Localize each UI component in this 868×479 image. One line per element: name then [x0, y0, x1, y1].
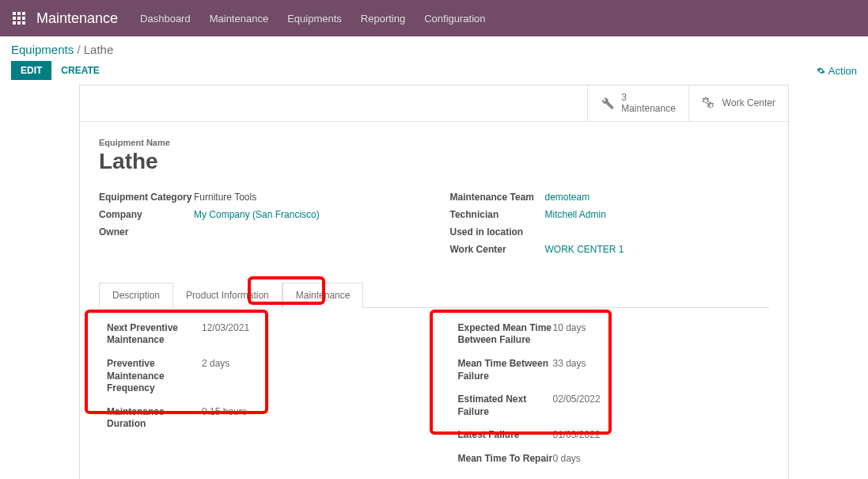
lf-label: Latest Failure — [458, 429, 553, 442]
equipment-name: Lathe — [99, 149, 769, 174]
edit-button[interactable]: EDIT — [11, 61, 51, 80]
technician-value[interactable]: Mitchell Admin — [545, 209, 606, 220]
gears-icon — [702, 96, 716, 110]
action-dropdown[interactable]: Action — [817, 65, 857, 77]
tab-content-maintenance: Next Preventive Maintenance12/03/2021 Pr… — [99, 308, 769, 479]
nav-equipments[interactable]: Equipments — [287, 13, 342, 25]
stat-maintenance-count: 3 — [621, 92, 676, 103]
apps-icon[interactable] — [13, 12, 25, 25]
team-label: Maintenance Team — [450, 192, 545, 203]
mtbf-label: Mean Time Between Failure — [458, 358, 553, 382]
page-header: Equipments / Lathe EDIT CREATE Action — [0, 36, 868, 85]
workcenter-value[interactable]: WORK CENTER 1 — [545, 244, 624, 255]
mttr-value: 0 days — [553, 453, 581, 464]
action-label: Action — [828, 65, 857, 77]
breadcrumb-parent[interactable]: Equipments — [11, 43, 74, 56]
topbar: Maintenance Dashboard Maintenance Equipm… — [0, 0, 868, 36]
gear-icon — [817, 67, 825, 75]
emtbf-label: Expected Mean Time Between Failure — [458, 322, 553, 347]
emtbf-value: 10 days — [553, 322, 586, 333]
next-preventive-value: 12/03/2021 — [202, 322, 249, 333]
wrench-icon — [601, 96, 615, 110]
breadcrumb: Equipments / Lathe — [11, 43, 857, 56]
maintenance-duration-value: 0.15 hours — [202, 406, 247, 417]
breadcrumb-sep: / — [77, 43, 80, 56]
mtbf-value: 33 days — [553, 358, 586, 369]
mttr-label: Mean Time To Repair — [458, 453, 553, 466]
tabs: Description Product Information Maintena… — [99, 282, 769, 308]
company-label: Company — [99, 209, 194, 220]
equipment-name-label: Equipment Name — [99, 138, 769, 147]
lf-value: 01/03/2022 — [553, 429, 601, 440]
enf-label: Estimated Next Failure — [458, 393, 553, 418]
used-label: Used in location — [450, 226, 545, 238]
tab-product-info[interactable]: Product Information — [172, 283, 282, 308]
nav-dashboard[interactable]: Dashboard — [140, 13, 191, 25]
app-title: Maintenance — [36, 10, 118, 27]
form-sheet: 3 Maintenance Work Center Equipment Name… — [79, 85, 789, 479]
stat-maintenance-label: Maintenance — [621, 103, 676, 114]
stat-workcenter-button[interactable]: Work Center — [688, 86, 788, 121]
button-box: 3 Maintenance Work Center — [80, 86, 788, 122]
team-value[interactable]: demoteam — [545, 192, 590, 203]
tab-maintenance[interactable]: Maintenance — [282, 283, 364, 308]
tab-description[interactable]: Description — [99, 283, 172, 308]
nav-reporting[interactable]: Reporting — [361, 13, 405, 25]
create-button[interactable]: CREATE — [61, 65, 99, 76]
nav-configuration[interactable]: Configuration — [424, 13, 485, 25]
stat-workcenter-label: Work Center — [722, 97, 775, 108]
stat-maintenance-button[interactable]: 3 Maintenance — [587, 86, 688, 121]
technician-label: Technician — [450, 209, 545, 220]
preventive-freq-label: Preventive Maintenance Frequency — [107, 358, 202, 395]
breadcrumb-current: Lathe — [84, 43, 114, 56]
workcenter-label: Work Center — [450, 244, 545, 255]
enf-value: 02/05/2022 — [553, 393, 601, 405]
category-label: Equipment Category — [99, 192, 194, 203]
maintenance-duration-label: Maintenance Duration — [107, 406, 202, 431]
company-value[interactable]: My Company (San Francisco) — [194, 209, 320, 220]
preventive-freq-value: 2 days — [202, 358, 229, 369]
nav-maintenance[interactable]: Maintenance — [210, 13, 268, 25]
owner-label: Owner — [99, 226, 194, 238]
category-value: Furniture Tools — [194, 192, 256, 203]
next-preventive-label: Next Preventive Maintenance — [107, 322, 202, 347]
